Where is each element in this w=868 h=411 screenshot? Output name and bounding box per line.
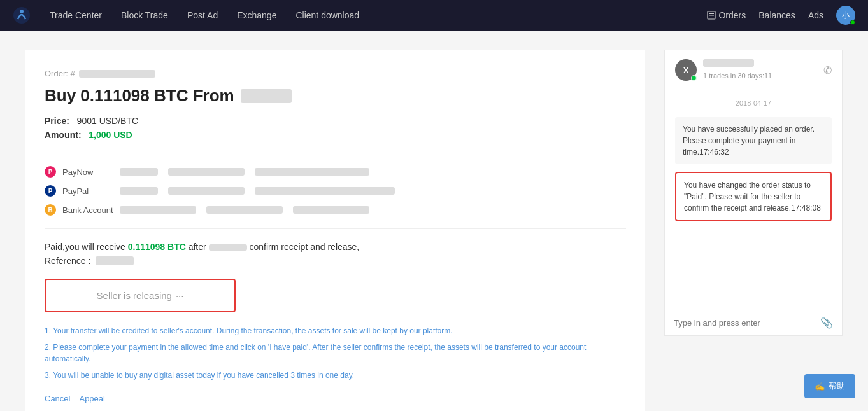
chat-online-dot [691, 75, 697, 81]
chat-message-2: You have changed the order status to "Pa… [675, 172, 832, 221]
info-item-2: Please complete your payment in the allo… [45, 342, 626, 365]
nav-post-ad[interactable]: Post Ad [187, 10, 218, 20]
info-list: Your transfer will be credited to seller… [45, 325, 626, 381]
order-seller-blur [241, 89, 292, 103]
info-item-3: You will be unable to buy any digital as… [45, 370, 626, 381]
svg-point-1 [20, 10, 24, 13]
paynow-label: PayNow [62, 167, 113, 177]
paid-info: Paid,you will receive 0.111098 BTC after… [45, 242, 626, 252]
chat-user-info: 1 trades in 30 days:11 [703, 59, 817, 81]
paynow-icon: P [45, 166, 56, 178]
paid-prefix: Paid,you will receive [45, 242, 128, 252]
navbar: Trade Center Block Trade Post Ad Exchang… [0, 0, 868, 31]
attachment-icon[interactable]: 📎 [820, 317, 833, 329]
payment-paynow: P PayNow [45, 166, 626, 178]
chat-trades: 1 trades in 30 days:11 [703, 72, 772, 80]
orders-link[interactable]: Orders [707, 10, 746, 20]
ref-value-blur [96, 256, 134, 265]
bottom-links: Cancel Appeal [45, 394, 626, 403]
chat-messages: 2018-04-17 You have successfully placed … [665, 90, 842, 310]
chat-input[interactable] [674, 318, 815, 328]
divider-1 [45, 153, 626, 153]
avatar-online-dot [850, 20, 855, 25]
paid-seller-blur [209, 244, 247, 251]
payment-paypal: P PayPal [45, 185, 626, 197]
chat-header: X 1 trades in 30 days:11 ✆ [665, 50, 842, 90]
avatar-initial: 小 [842, 10, 850, 21]
balances-link[interactable]: Balances [758, 10, 795, 20]
amount-row: Amount: 1,000 USD [45, 130, 626, 140]
bank-icon: B [45, 204, 56, 216]
paid-btc: 0.111098 BTC [128, 242, 186, 252]
order-ref-value [79, 70, 155, 78]
chat-message-1: You have successfully placed an order. P… [675, 117, 832, 164]
left-panel: Order: # Buy 0.111098 BTC From Price: 90… [25, 50, 645, 411]
nav-block-trade[interactable]: Block Trade [121, 10, 168, 20]
ads-link[interactable]: Ads [808, 10, 823, 20]
nav-trade-center[interactable]: Trade Center [50, 10, 102, 20]
chat-input-row: 📎 [665, 310, 842, 335]
releasing-box: Seller is releasing ··· [45, 279, 236, 312]
paid-suffix: confirm receipt and release, [247, 242, 360, 252]
help-button[interactable]: ✍ 帮助 [804, 374, 855, 398]
help-icon: ✍ [815, 382, 825, 391]
chat-date: 2018-04-17 [675, 99, 832, 107]
orders-label: Orders [718, 10, 746, 20]
info-item-1: Your transfer will be credited to seller… [45, 325, 626, 337]
order-ref-label: Order: # [45, 69, 75, 78]
main-content: Order: # Buy 0.111098 BTC From Price: 90… [0, 31, 868, 411]
phone-icon[interactable]: ✆ [823, 64, 832, 76]
price-label: Price: [45, 116, 69, 126]
paypal-icon: P [45, 185, 56, 197]
bank-label: Bank Account [62, 206, 113, 215]
price-value: 9001 USD/BTC [77, 116, 138, 126]
releasing-dots: ··· [176, 290, 184, 301]
chat-username-blur [703, 59, 754, 67]
cancel-link[interactable]: Cancel [45, 394, 70, 403]
amount-value: 1,000 USD [89, 130, 132, 140]
nav-client-download[interactable]: Client download [295, 10, 359, 20]
payment-bank: B Bank Account [45, 204, 626, 216]
amount-label: Amount: [45, 130, 82, 140]
order-ref: Order: # [45, 69, 626, 78]
releasing-text: Seller is releasing [97, 290, 172, 301]
logo[interactable] [13, 6, 31, 24]
order-title-text: Buy 0.111098 BTC From [45, 86, 234, 106]
appeal-link[interactable]: Appeal [79, 394, 104, 403]
order-title: Buy 0.111098 BTC From [45, 86, 626, 106]
help-label: 帮助 [829, 380, 845, 392]
chat-panel: X 1 trades in 30 days:11 ✆ 2018-04-17 Yo… [664, 50, 843, 336]
ref-label: Reference : [45, 256, 90, 266]
nav-exchange[interactable]: Exchange [237, 10, 276, 20]
navbar-right: Orders Balances Ads 小 [707, 6, 855, 25]
paypal-label: PayPal [62, 186, 113, 196]
price-row: Price: 9001 USD/BTC [45, 116, 626, 126]
paid-mid: after [186, 242, 209, 252]
ref-row: Reference : [45, 256, 626, 266]
avatar[interactable]: 小 [836, 6, 855, 25]
divider-2 [45, 228, 626, 229]
chat-avatar-wrapper: X [675, 59, 697, 81]
